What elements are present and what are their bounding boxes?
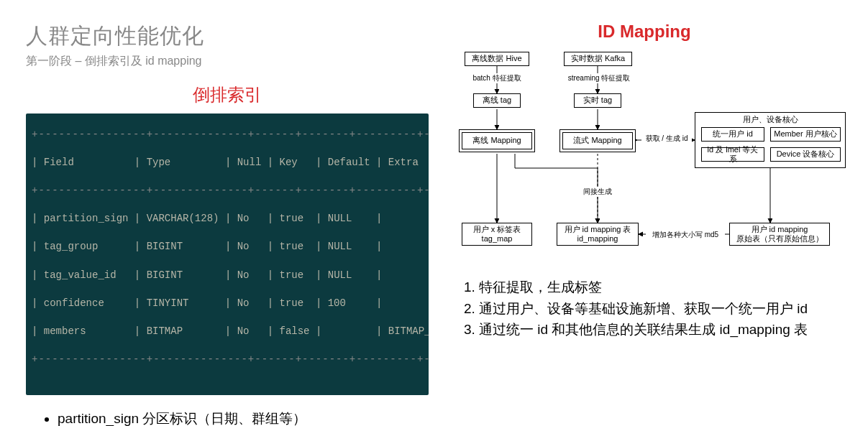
cell: BITMAP <box>147 325 183 337</box>
col-extra: Extra <box>388 157 419 168</box>
page-subtitle: 第一阶段 – 倒排索引及 id mapping <box>26 54 429 69</box>
node-unified-id: 统一用户 id <box>701 127 764 142</box>
cell: BIGINT <box>147 241 183 252</box>
right-heading: ID Mapping <box>443 22 846 42</box>
cell: No <box>237 325 250 337</box>
node-group: 用户、设备核心 统一用户 id Member 用户核心 id 及 imei 等关… <box>695 112 846 168</box>
node-offline-mapping: 离线 Mapping <box>459 129 535 152</box>
slide: 人群定向性能优化 第一阶段 – 倒排索引及 id mapping 倒排索引 +-… <box>0 0 868 426</box>
cell: No <box>237 213 250 224</box>
cell: 100 <box>328 297 346 309</box>
cell: VARCHAR(128) <box>147 213 219 224</box>
cell: true <box>280 241 304 252</box>
label-batch: batch 特征提取 <box>472 73 522 83</box>
cell: confidence <box>44 297 104 309</box>
node-origin-mapping: 用户 id mapping 原始表（只有原始信息） <box>729 223 830 246</box>
right-column: ID Mapping <box>443 22 846 426</box>
cell: TINYINT <box>147 297 189 309</box>
col-field: Field <box>44 157 74 168</box>
node-hive: 离线数据 Hive <box>465 52 529 66</box>
cell: NULL <box>328 241 352 252</box>
step-item: 特征提取，生成标签 <box>479 277 846 297</box>
col-null: Null <box>237 157 262 168</box>
node-member-core: Member 用户核心 <box>770 127 841 142</box>
node-stream-mapping: 流式 Mapping <box>559 129 636 152</box>
right-steps: 特征提取，生成标签 通过用户、设备等基础设施新增、获取一个统一用户 id 通过统… <box>443 277 846 340</box>
left-column: 人群定向性能优化 第一阶段 – 倒排索引及 id mapping 倒排索引 +-… <box>26 22 429 426</box>
cell: false <box>280 325 310 337</box>
cell: true <box>280 269 304 281</box>
left-heading: 倒排索引 <box>26 83 429 106</box>
cell: No <box>237 241 250 252</box>
node-kafka: 实时数据 Kafka <box>564 52 632 66</box>
cell: partition_sign <box>44 213 129 224</box>
node-realtime-tag: 实时 tag <box>574 93 621 108</box>
cell: NULL <box>328 213 352 224</box>
cell: tag_group <box>44 241 99 252</box>
label-fetch-gen: 获取 / 生成 id <box>641 134 692 144</box>
col-default: Default <box>328 157 370 168</box>
cell: BITMAP_UNION <box>388 325 429 337</box>
bullet-item: partition_sign 分区标识（日期、群组等） <box>58 408 429 426</box>
cell: No <box>237 269 250 281</box>
label-md5: 增加各种大小写 md5 <box>646 230 725 240</box>
cell: true <box>280 213 304 224</box>
label-indirect: 间接生成 <box>580 187 616 197</box>
cell: members <box>44 325 86 337</box>
cell: true <box>280 297 304 309</box>
cell: NULL <box>328 269 352 281</box>
node-device-core: Device 设备核心 <box>770 147 841 162</box>
col-type: Type <box>147 157 171 168</box>
cell: No <box>237 297 250 309</box>
left-bullets: partition_sign 分区标识（日期、群组等） tag_group、ta… <box>26 408 429 426</box>
node-offline-tag: 离线 tag <box>473 93 521 108</box>
schema-table: +----------------+--------------+------+… <box>26 114 429 395</box>
step-item: 通过统一 id 和其他信息的关联结果生成 id_mapping 表 <box>479 320 846 340</box>
id-mapping-diagram: 离线数据 Hive 实时数据 Kafka batch 特征提取 streamin… <box>443 46 846 269</box>
group-title: 用户、设备核心 <box>695 114 845 125</box>
page-title: 人群定向性能优化 <box>26 22 429 51</box>
label-stream: streaming 特征提取 <box>567 73 631 83</box>
node-id-imei: id 及 imei 等关系 <box>701 147 764 162</box>
node-tag-map: 用户 x 标签表 tag_map <box>462 223 532 246</box>
cell: BIGINT <box>147 269 183 281</box>
step-item: 通过用户、设备等基础设施新增、获取一个统一用户 id <box>479 299 846 319</box>
col-key: Key <box>280 157 298 168</box>
node-id-mapping-table: 用户 id mapping 表 id_mapping <box>557 223 639 246</box>
cell: tag_value_id <box>44 269 117 281</box>
